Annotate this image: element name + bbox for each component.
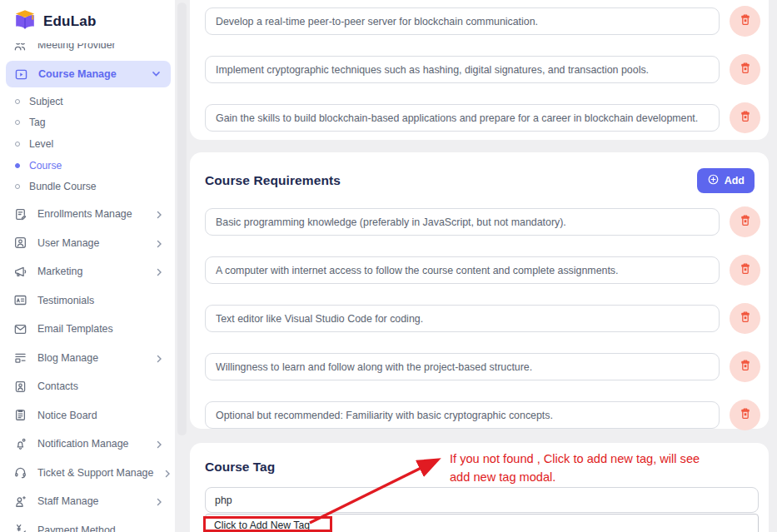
course-video-icon — [14, 67, 28, 82]
bullet-icon — [15, 163, 20, 168]
sidebar-item-payment-method[interactable]: Payment Method — [0, 516, 175, 532]
sidebar-item-blog-manage[interactable]: Blog Manage — [0, 344, 175, 373]
annotation-text: If you not found , Click to add new tag,… — [450, 450, 733, 487]
requirement-rows — [190, 206, 769, 430]
outcome-row — [205, 102, 760, 133]
trash-icon — [739, 13, 752, 29]
sidebar-logo[interactable]: EduLab — [0, 0, 175, 43]
delete-outcome-button[interactable] — [730, 54, 760, 85]
contact-icon — [13, 380, 27, 394]
course-tag-title: Course Tag — [205, 460, 275, 475]
sidebar-item-label: Email Templates — [37, 323, 145, 335]
annotation-line-1: If you not found , Click to add new tag,… — [450, 450, 733, 469]
trash-icon — [739, 407, 752, 423]
sidebar-item-email-templates[interactable]: Email Templates — [0, 315, 175, 344]
delete-requirement-button[interactable] — [730, 206, 760, 237]
sidebar-item-user-manage[interactable]: User Manage — [0, 229, 175, 258]
requirement-input[interactable] — [205, 353, 720, 380]
bullet-icon — [15, 142, 20, 147]
requirement-input[interactable] — [205, 256, 720, 284]
sidebar-scrollbar[interactable] — [177, 2, 187, 435]
sidebar-item-level[interactable]: Level — [0, 133, 175, 155]
bullet-icon — [15, 120, 20, 125]
delete-requirement-button[interactable] — [730, 400, 760, 430]
submenu-item-label: Level — [29, 138, 53, 150]
submenu-item-label: Subject — [29, 96, 63, 107]
course-requirements-card: Course Requirements Add — [190, 152, 769, 429]
outcome-input[interactable] — [205, 7, 720, 35]
trash-icon — [739, 262, 752, 278]
blog-list-icon — [13, 351, 27, 365]
notice-icon — [13, 408, 27, 422]
sidebar-nav: Enrollments Manage User Manage Marketi — [0, 200, 175, 532]
chevron-right-icon — [155, 210, 163, 218]
add-requirement-button[interactable]: Add — [697, 168, 755, 193]
add-button-label: Add — [725, 175, 745, 186]
sidebar-item-notification-manage[interactable]: Notification Manage — [0, 430, 175, 459]
badge-icon — [13, 293, 27, 307]
user-card-icon — [13, 236, 27, 250]
course-tag-input[interactable] — [205, 487, 759, 513]
sidebar-item-testimonials[interactable]: Testimonials — [0, 286, 175, 316]
sidebar-group-course-manage[interactable]: Course Manage — [6, 61, 171, 87]
sidebar-item-label: Notice Board — [37, 410, 145, 421]
requirement-input[interactable] — [205, 305, 720, 332]
app-title: EduLab — [43, 13, 97, 30]
submenu-item-label: Tag — [29, 117, 46, 128]
sidebar-item-bundle-course[interactable]: Bundle Course — [0, 176, 175, 197]
requirement-input[interactable] — [205, 401, 720, 429]
chevron-down-icon — [152, 67, 161, 82]
plus-circle-icon — [707, 173, 720, 188]
sidebar-item-label: Notification Manage — [37, 438, 145, 450]
sidebar-item-contacts[interactable]: Contacts — [0, 372, 175, 401]
sidebar-group-label: Course Manage — [38, 68, 142, 80]
sidebar-item-label: Ticket & Support Manage — [37, 467, 153, 479]
requirement-row — [205, 400, 760, 430]
annotation-line-2: add new tag modal. — [450, 469, 733, 487]
sidebar-item-ticket-support-manage[interactable]: Ticket & Support Manage — [0, 459, 175, 488]
sidebar: Meeting Provider EduLab Course Manage — [0, 0, 175, 532]
sidebar-item-label: Marketing — [37, 266, 145, 277]
sidebar-item-subject[interactable]: Subject — [0, 91, 175, 112]
add-new-tag-option[interactable]: Click to Add New Tag — [206, 515, 758, 532]
app-screen: Meeting Provider EduLab Course Manage — [0, 0, 777, 532]
chevron-right-icon — [155, 267, 163, 276]
sidebar-item-notice-board[interactable]: Notice Board — [0, 401, 175, 430]
sidebar-item-enrollments-manage[interactable]: Enrollments Manage — [0, 200, 175, 229]
requirement-input[interactable] — [205, 208, 720, 236]
sidebar-item-label: User Manage — [37, 237, 145, 249]
sidebar-item-label: Testimonials — [37, 295, 145, 306]
sidebar-item-tag[interactable]: Tag — [0, 112, 175, 134]
chevron-right-icon — [155, 440, 163, 448]
bell-icon — [13, 437, 27, 451]
outcome-row — [205, 6, 760, 37]
delete-requirement-button[interactable] — [730, 255, 760, 286]
tag-dropdown: Click to Add New Tag — [205, 514, 759, 532]
delete-requirement-button[interactable] — [730, 351, 760, 382]
delete-outcome-button[interactable] — [730, 102, 760, 133]
chevron-right-icon — [155, 354, 163, 362]
sidebar-item-course[interactable]: Course — [0, 155, 175, 177]
trash-icon — [739, 214, 752, 230]
outcome-input[interactable] — [205, 104, 720, 132]
requirement-row — [205, 255, 760, 286]
delete-outcome-button[interactable] — [730, 6, 760, 37]
headset-icon — [13, 465, 27, 480]
sidebar-item-label: Payment Method — [37, 525, 145, 532]
submenu-item-label: Course — [29, 160, 62, 172]
requirement-row — [205, 303, 760, 334]
sidebar-item-label: Staff Manage — [37, 495, 145, 507]
sidebar-item-staff-manage[interactable]: Staff Manage — [0, 487, 175, 516]
sidebar-item-marketing[interactable]: Marketing — [0, 257, 175, 286]
trash-icon — [739, 359, 752, 375]
learning-outcomes-card — [190, 0, 769, 140]
sidebar-item-label: Contacts — [37, 380, 145, 392]
chevron-right-icon — [163, 469, 172, 477]
mail-icon — [13, 322, 27, 336]
trash-icon — [739, 110, 752, 126]
outcome-input[interactable] — [205, 56, 720, 83]
requirement-row — [205, 206, 760, 237]
chevron-right-icon — [155, 239, 163, 247]
trash-icon — [739, 62, 752, 77]
delete-requirement-button[interactable] — [730, 303, 760, 334]
